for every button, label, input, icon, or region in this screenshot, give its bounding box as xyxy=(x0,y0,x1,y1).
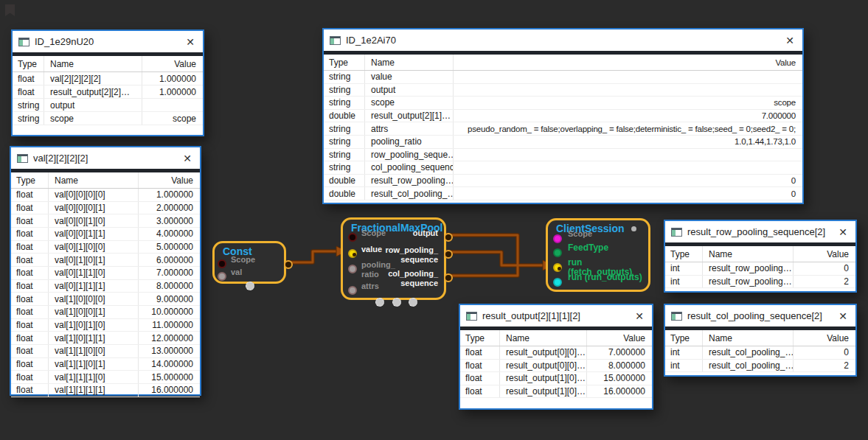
cell-type: string xyxy=(324,122,364,135)
node-clientsession[interactable]: ClientSessionScopeFeedTyperun (fetch_out… xyxy=(546,218,650,292)
column-header-value: Value xyxy=(138,172,200,188)
table-row: floatval[1][0][0][0]9.000000 xyxy=(11,293,200,306)
window-title: ID_1e29nU20 xyxy=(35,36,184,47)
cell-value xyxy=(453,149,802,161)
close-icon[interactable]: ✕ xyxy=(836,310,850,323)
cell-name: val[0][0][0][1] xyxy=(48,202,138,214)
close-icon[interactable]: ✕ xyxy=(633,310,646,323)
window-id-1e2ai70: ID_1e2Ai70✕TypeNameValuestringvaluestrin… xyxy=(322,28,804,204)
cell-type: string xyxy=(13,99,44,111)
cell-name: val[0][0][1][0] xyxy=(48,214,138,227)
column-header-value: Value xyxy=(586,330,652,346)
cell-value: 7.000000 xyxy=(453,110,802,122)
unconnected-port[interactable] xyxy=(246,282,254,290)
cell-name: val[0][0][0][0] xyxy=(48,189,138,201)
table-row: floatval[0][0][0][1]2.000000 xyxy=(11,202,200,215)
cell-name: result_output[0][0]… xyxy=(499,346,586,359)
window-val-2-2-2-2-: val[2][2][2][2]✕TypeNameValuefloatval[0]… xyxy=(10,146,201,396)
cell-value: pseudo_random_ = false;overlapping_ = fa… xyxy=(453,122,802,135)
window-titlebar[interactable]: ID_1e2Ai70✕ xyxy=(324,29,802,51)
window-result-col-pooling-sequence-2-: result_col_pooling_sequence[2]✕TypeNameV… xyxy=(664,304,857,377)
cell-type: string xyxy=(324,149,364,161)
port-pooling_[interactable] xyxy=(348,265,357,273)
cell-value: 9.000000 xyxy=(138,293,200,305)
cell-type: string xyxy=(324,97,364,109)
cell-name: val[0][1][0][0] xyxy=(48,241,138,254)
table-header-row: TypeNameValue xyxy=(665,330,855,346)
port-run[interactable] xyxy=(553,263,562,272)
port-row_pooling_[interactable] xyxy=(444,250,453,259)
close-icon[interactable]: ✕ xyxy=(783,34,796,47)
table-row: floatresult_output[0][0]…8.000000 xyxy=(460,360,652,373)
close-icon[interactable]: ✕ xyxy=(836,226,850,239)
cell-name: val[0][1][1][1] xyxy=(48,280,138,293)
table-row: floatval[0][1][0][0]5.000000 xyxy=(11,241,200,254)
port-scope[interactable] xyxy=(218,259,226,268)
unconnected-port-dot[interactable] xyxy=(631,226,636,231)
table-body: floatval[2][2][2][2]1.000000floatresult_… xyxy=(13,72,203,125)
cell-value: 10.000000 xyxy=(138,306,200,318)
window-titlebar[interactable]: result_output[2][1][1][2]✕ xyxy=(460,305,652,326)
column-header-type: Type xyxy=(11,172,48,188)
port-output[interactable] xyxy=(284,260,293,269)
table-row: floatval[0][0][1][0]3.000000 xyxy=(11,214,200,228)
cell-value: 0 xyxy=(453,187,802,200)
port-val[interactable] xyxy=(218,272,226,281)
unconnected-port[interactable] xyxy=(375,298,384,307)
unconnected-port[interactable] xyxy=(392,298,401,307)
cell-value: 12.000000 xyxy=(138,332,200,344)
window-result-row-pooling-sequence-2-: result_row_pooling_sequence[2]✕TypeNameV… xyxy=(664,220,857,293)
cell-value: 0 xyxy=(793,262,855,275)
port-attrs[interactable] xyxy=(348,286,357,295)
cell-name: val[2][2][2][2] xyxy=(44,72,142,85)
port-run[interactable] xyxy=(553,278,562,287)
table-row: floatval[0][0][1][1]4.000000 xyxy=(11,228,200,241)
column-header-name: Name xyxy=(44,56,142,71)
node-graph-canvas[interactable]: ID_1e29nU20✕TypeNameValuefloatval[2][2][… xyxy=(0,0,868,440)
window-titlebar[interactable]: ID_1e29nU20✕ xyxy=(13,31,203,52)
column-header-name: Name xyxy=(364,55,453,70)
cell-name: val[1][1][0][0] xyxy=(48,345,138,357)
cell-value: 3.000000 xyxy=(138,214,200,227)
table-body: intresult_row_pooling…0intresult_row_poo… xyxy=(665,262,855,288)
cell-name: val[1][1][1][0] xyxy=(48,371,138,383)
unconnected-port[interactable] xyxy=(409,298,417,307)
cell-type: float xyxy=(11,254,48,266)
cell-name: pooling_ratio xyxy=(364,136,453,148)
cell-name: result_row_pooling… xyxy=(364,175,453,187)
cell-type: float xyxy=(11,384,48,397)
column-header-name: Name xyxy=(48,172,138,188)
close-icon[interactable]: ✕ xyxy=(184,35,197,49)
table-row: floatval[1][1][0][0]13.000000 xyxy=(11,345,200,358)
window-titlebar[interactable]: result_col_pooling_sequence[2]✕ xyxy=(665,305,855,326)
cell-type: float xyxy=(11,319,48,332)
cell-name: result_col_pooling_… xyxy=(702,346,793,359)
port-scope[interactable] xyxy=(553,234,562,243)
window-titlebar[interactable]: result_row_pooling_sequence[2]✕ xyxy=(665,221,855,242)
cell-type: int xyxy=(665,360,702,372)
port-scope[interactable] xyxy=(348,233,357,242)
cell-name: value xyxy=(364,71,453,83)
close-icon[interactable]: ✕ xyxy=(181,152,194,165)
cell-name: result_row_pooling… xyxy=(702,276,793,288)
cell-name: attrs xyxy=(364,122,453,135)
cell-type: float xyxy=(460,372,499,385)
node-fractionalmaxpool[interactable]: FractionalMaxPoolScopevaluepooling_ rati… xyxy=(341,217,446,300)
port-feedtype[interactable] xyxy=(553,248,562,257)
port-output[interactable] xyxy=(444,233,453,242)
column-header-type: Type xyxy=(665,246,702,262)
port-col_pooling_[interactable] xyxy=(444,273,453,282)
window-title: result_col_pooling_sequence[2] xyxy=(687,310,836,321)
node-const[interactable]: ConstScopeval xyxy=(212,241,286,284)
cell-name: result_row_pooling… xyxy=(702,262,793,275)
cell-name: val[1][0][0][0] xyxy=(48,293,138,305)
table-row: floatresult_output[0][0]…7.000000 xyxy=(460,346,652,360)
cell-name: result_col_pooling_… xyxy=(364,187,453,200)
port-label: Scope xyxy=(361,228,386,238)
window-titlebar[interactable]: val[2][2][2][2]✕ xyxy=(11,147,200,169)
table-header-row: TypeNameValue xyxy=(665,246,855,262)
wire-output-colpool-trunk[interactable] xyxy=(446,235,518,276)
cell-name: val[1][0][1][1] xyxy=(48,332,138,344)
port-value[interactable] xyxy=(348,249,357,258)
port-label: FeedType xyxy=(568,243,608,253)
